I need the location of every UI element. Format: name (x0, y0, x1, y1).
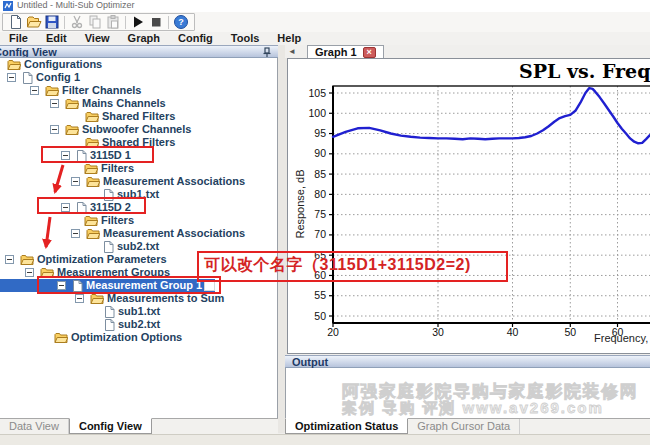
open-file-button[interactable] (25, 14, 43, 30)
close-tab-icon[interactable]: × (363, 47, 376, 58)
tree-item-filter-channels[interactable]: Filter Channels (0, 84, 141, 97)
document-icon (104, 319, 115, 331)
tree-item-sub2-txt[interactable]: sub2.txt (0, 240, 159, 253)
help-icon: ? (173, 14, 189, 30)
menu-item-graph[interactable]: Graph (119, 32, 169, 45)
toolbar-separator (168, 16, 169, 29)
pin-icon[interactable] (262, 47, 272, 58)
graph-tab-bar: ◄ Graph 1 × (285, 45, 650, 58)
tree-item-label: Measurements to Sum (107, 292, 224, 305)
collapse-toggle-icon[interactable] (30, 86, 39, 95)
menu-item-tools[interactable]: Tools (222, 32, 269, 45)
collapse-toggle-icon[interactable] (50, 99, 59, 108)
tree-item-sub2-txt[interactable]: sub2.txt (0, 318, 160, 331)
toolbar-separator (125, 16, 126, 29)
new-file-button[interactable] (7, 14, 25, 30)
tree-item-mains-channels[interactable]: Mains Channels (0, 97, 166, 110)
output-title: Output (292, 356, 328, 368)
document-icon (103, 189, 114, 201)
tree-item-optimization-options[interactable]: Optimization Options (0, 331, 182, 344)
copy-icon (87, 14, 103, 30)
status-bar (0, 434, 650, 445)
tree-item-shared-filters[interactable]: Shared Filters (0, 136, 175, 149)
document-icon (76, 202, 87, 214)
tree-item-measurement-associations[interactable]: Measurement Associations (0, 175, 245, 188)
collapse-toggle-icon[interactable] (61, 203, 70, 212)
collapse-toggle-icon[interactable] (71, 229, 80, 238)
open-folder-icon (26, 14, 42, 30)
stop-button[interactable] (147, 14, 165, 30)
folder-icon (84, 215, 98, 227)
menu-item-help[interactable]: Help (268, 32, 310, 45)
svg-text:75: 75 (314, 208, 326, 220)
menu-bar: FileEditViewGraphConfigToolsHelp (0, 32, 650, 45)
tab-scroll-left-icon[interactable]: ◄ (288, 46, 296, 57)
collapse-toggle-icon[interactable] (50, 125, 59, 134)
tab-graph-cursor-data[interactable]: Graph Cursor Data (408, 419, 520, 434)
copy-button[interactable] (86, 14, 104, 30)
tree-item-measurement-groups[interactable]: Measurement Groups (0, 266, 170, 279)
tree-item-config-1[interactable]: Config 1 (0, 71, 80, 84)
svg-text:100: 100 (308, 107, 326, 119)
folder-icon (65, 124, 79, 136)
collapse-toggle-icon[interactable] (75, 294, 84, 303)
svg-text:40: 40 (507, 326, 519, 338)
chart-title: SPL vs. Freq (519, 60, 650, 82)
collapse-toggle-icon[interactable] (57, 281, 66, 290)
tree-item-sub1-txt[interactable]: sub1.txt (0, 188, 159, 201)
tree-item-measurements-to-sum[interactable]: Measurements to Sum (0, 292, 224, 305)
tree-item-subwoofer-channels[interactable]: Subwoofer Channels (0, 123, 191, 136)
document-icon (104, 306, 115, 318)
collapse-toggle-icon[interactable] (71, 177, 80, 186)
paste-button[interactable] (104, 14, 122, 30)
tree-item-shared-filters[interactable]: Shared Filters (0, 110, 175, 123)
tree-item-label: Measurement Groups (57, 266, 170, 279)
collapse-toggle-icon[interactable] (7, 73, 16, 82)
tree-item-sub1-txt[interactable]: sub1.txt (0, 305, 160, 318)
menu-item-edit[interactable]: Edit (37, 32, 76, 45)
collapse-toggle-icon[interactable] (5, 255, 14, 264)
folder-icon (20, 254, 34, 266)
cut-button[interactable] (68, 14, 86, 30)
menu-item-file[interactable]: File (0, 32, 37, 45)
tree-item-label: Subwoofer Channels (82, 123, 191, 136)
tab-optimization-status[interactable]: Optimization Status (285, 418, 408, 434)
menu-item-view[interactable]: View (76, 32, 119, 45)
document-icon (76, 150, 87, 162)
graph-panel: 505560657075808590951001052030405060 SPL… (287, 58, 650, 354)
tree-item-3115d-1[interactable]: 3115D 1 (0, 149, 131, 162)
tab-config-view[interactable]: Config View (69, 418, 152, 434)
save-button[interactable] (43, 14, 61, 30)
tree-item-measurement-associations[interactable]: Measurement Associations (0, 227, 245, 240)
tree-item-measurement-group-1[interactable]: Measurement Group 1 (0, 279, 215, 292)
tree-item-filters[interactable]: Filters (0, 214, 134, 227)
folder-icon (54, 332, 68, 344)
tree-item-label: sub2.txt (118, 318, 160, 331)
folder-icon (86, 176, 100, 188)
tree-item-label: 3115D 2 (90, 201, 131, 214)
config-view-panel-header: Config View (0, 45, 278, 58)
svg-text:105: 105 (308, 87, 326, 99)
tree-item-configurations[interactable]: Configurations (0, 58, 102, 71)
output-panel: 阿强家庭影院导购与家庭影院装修网 案例 导购 评测 www.av269.com (285, 368, 650, 418)
tab-data-view[interactable]: Data View (0, 419, 69, 434)
help-button[interactable]: ? (172, 14, 190, 30)
tab-graph-1[interactable]: Graph 1 × (307, 45, 384, 58)
menu-item-config[interactable]: Config (169, 32, 222, 45)
tree-item-label: Shared Filters (102, 136, 175, 149)
run-optimizer-button[interactable] (129, 14, 147, 30)
save-floppy-icon (44, 14, 60, 30)
collapse-toggle-icon[interactable] (25, 268, 34, 277)
collapse-toggle-icon[interactable] (61, 151, 70, 160)
tree-item-label: sub1.txt (117, 188, 159, 201)
tree-item-3115d-2[interactable]: 3115D 2 (0, 201, 131, 214)
svg-text:65: 65 (314, 249, 326, 261)
svg-text:50: 50 (314, 310, 326, 322)
tree-item-label: Config 1 (36, 71, 80, 84)
tree-item-optimization-parameters[interactable]: Optimization Parameters (0, 253, 167, 266)
config-tree: ConfigurationsConfig 1Filter ChannelsMai… (0, 58, 278, 418)
tree-item-filters[interactable]: Filters (0, 162, 134, 175)
tree-item-label: Filter Channels (62, 84, 141, 97)
watermark-line2: 案例 导购 评测 www.av269.com (342, 399, 604, 418)
svg-text:95: 95 (314, 127, 326, 139)
